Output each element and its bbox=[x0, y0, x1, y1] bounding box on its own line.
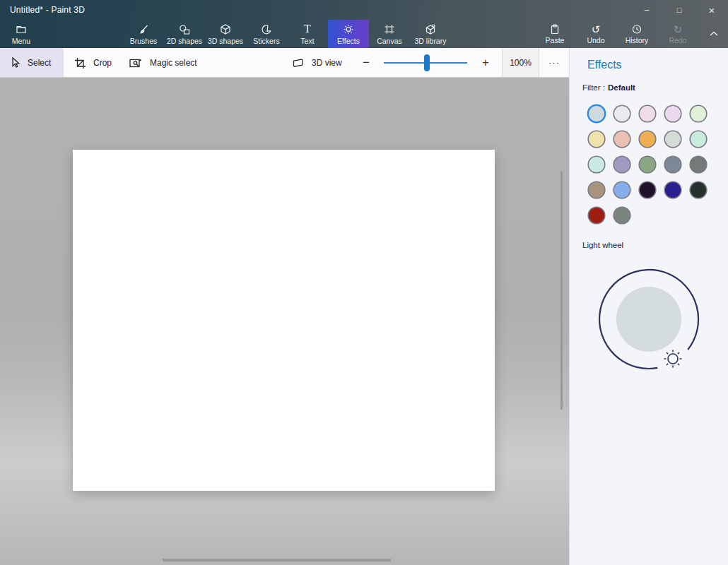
history-button[interactable]: History bbox=[616, 20, 657, 48]
text-icon: T bbox=[304, 23, 311, 35]
chevron-up-icon bbox=[709, 30, 719, 37]
app-header: Untitled* - Paint 3D – □ × Menu Brushes bbox=[0, 0, 728, 48]
vertical-scrollbar[interactable] bbox=[560, 172, 563, 410]
tab-canvas[interactable]: Canvas bbox=[369, 20, 410, 48]
undo-icon: ↺ bbox=[592, 24, 601, 35]
filter-row: Filter :Default bbox=[582, 83, 635, 92]
filter-swatch[interactable] bbox=[665, 157, 681, 172]
menu-folder-icon bbox=[14, 23, 28, 35]
filter-swatch[interactable] bbox=[589, 208, 604, 223]
filter-swatch[interactable] bbox=[691, 157, 706, 172]
zoom-out-button[interactable]: − bbox=[357, 48, 375, 77]
minimize-button[interactable]: – bbox=[630, 0, 663, 20]
menu-label: Menu bbox=[12, 37, 30, 45]
filter-swatch[interactable] bbox=[614, 182, 630, 198]
crop-icon bbox=[74, 56, 86, 69]
magic-select-button[interactable]: Magic select bbox=[129, 48, 197, 77]
filter-swatch[interactable] bbox=[640, 131, 655, 147]
filter-swatch[interactable] bbox=[614, 106, 630, 121]
filter-swatch[interactable] bbox=[589, 182, 604, 198]
window-title: Untitled* - Paint 3D bbox=[10, 5, 85, 15]
filter-swatch[interactable] bbox=[640, 182, 655, 198]
filter-value: Default bbox=[608, 83, 635, 92]
zoom-in-button[interactable]: + bbox=[476, 48, 495, 77]
tab-text[interactable]: T Text bbox=[287, 20, 328, 48]
filter-swatch[interactable] bbox=[589, 131, 604, 147]
effects-panel: Effects Filter :Default bbox=[569, 48, 728, 565]
horizontal-scrollbar[interactable] bbox=[163, 559, 391, 561]
close-button[interactable]: × bbox=[695, 0, 728, 20]
filter-swatch[interactable] bbox=[589, 106, 604, 121]
tab-effects[interactable]: Effects bbox=[328, 20, 369, 48]
3d-view-button[interactable]: 3D view bbox=[291, 48, 342, 77]
filter-swatch[interactable] bbox=[614, 131, 630, 147]
secondary-toolbar: Select Crop Magic select 3D view − + 100… bbox=[0, 48, 569, 78]
select-button[interactable]: Select bbox=[0, 48, 64, 77]
tab-3d-shapes[interactable]: 3D shapes bbox=[205, 20, 246, 48]
magic-select-icon bbox=[129, 57, 143, 69]
ribbon-actions: Paste ↺ Undo History ↻ Redo bbox=[534, 20, 698, 48]
3d-view-icon bbox=[291, 57, 305, 68]
crop-button[interactable]: Crop bbox=[74, 48, 112, 77]
3d-view-label: 3D view bbox=[312, 58, 342, 68]
zoom-slider-thumb[interactable] bbox=[424, 54, 430, 71]
light-wheel-sun-handle[interactable] bbox=[664, 350, 682, 368]
menu-button[interactable]: Menu bbox=[4, 20, 38, 48]
paste-button[interactable]: Paste bbox=[534, 20, 575, 48]
filter-swatch[interactable] bbox=[640, 157, 655, 172]
magic-select-label: Magic select bbox=[150, 58, 197, 68]
zoom-level-value[interactable]: 100% bbox=[502, 48, 539, 77]
select-label: Select bbox=[28, 58, 51, 68]
filter-swatch[interactable] bbox=[691, 131, 706, 147]
collapse-ribbon-button[interactable] bbox=[703, 20, 725, 48]
ribbon-tabs: Brushes 2D shapes 3D shapes Stickers bbox=[123, 20, 451, 48]
light-wheel-label: Light wheel bbox=[582, 241, 623, 249]
zoom-slider[interactable] bbox=[384, 48, 467, 77]
workspace[interactable] bbox=[0, 78, 569, 565]
redo-icon: ↻ bbox=[674, 24, 683, 35]
filter-swatch[interactable] bbox=[665, 182, 681, 198]
titlebar[interactable]: Untitled* - Paint 3D – □ × bbox=[0, 0, 728, 20]
undo-button[interactable]: ↺ Undo bbox=[575, 20, 616, 48]
brush-icon bbox=[137, 23, 150, 35]
light-wheel[interactable] bbox=[592, 263, 705, 376]
3d-library-icon bbox=[424, 23, 437, 35]
sticker-icon bbox=[260, 23, 273, 35]
effects-sun-icon bbox=[342, 23, 355, 35]
select-cursor-icon bbox=[10, 56, 20, 69]
filter-swatch[interactable] bbox=[614, 208, 630, 223]
3d-cube-icon bbox=[219, 23, 232, 35]
filter-label: Filter : bbox=[582, 83, 605, 92]
tab-3d-library[interactable]: 3D library bbox=[410, 20, 451, 48]
crop-label: Crop bbox=[93, 58, 112, 68]
filter-swatch[interactable] bbox=[640, 106, 655, 121]
drawing-canvas[interactable] bbox=[73, 150, 495, 491]
redo-button[interactable]: ↻ Redo bbox=[657, 20, 698, 48]
maximize-button[interactable]: □ bbox=[663, 0, 695, 20]
filter-swatch-grid bbox=[584, 101, 711, 228]
2d-shapes-icon bbox=[178, 23, 191, 35]
filter-swatch[interactable] bbox=[665, 131, 681, 147]
canvas-frame-icon bbox=[383, 23, 396, 35]
filter-swatch[interactable] bbox=[589, 157, 604, 172]
filter-swatch[interactable] bbox=[691, 106, 706, 121]
tab-2d-shapes[interactable]: 2D shapes bbox=[164, 20, 205, 48]
filter-swatch[interactable] bbox=[614, 157, 630, 172]
paste-clipboard-icon bbox=[548, 23, 561, 35]
more-options-button[interactable]: ··· bbox=[539, 48, 569, 77]
filter-swatch[interactable] bbox=[691, 182, 706, 198]
tab-stickers[interactable]: Stickers bbox=[246, 20, 287, 48]
window-controls: – □ × bbox=[630, 0, 728, 20]
panel-title: Effects bbox=[587, 59, 622, 71]
history-clock-icon bbox=[630, 23, 643, 35]
light-wheel-inner-circle bbox=[616, 287, 681, 352]
paint3d-window: Untitled* - Paint 3D – □ × Menu Brushes bbox=[0, 0, 728, 565]
tab-brushes[interactable]: Brushes bbox=[123, 20, 164, 48]
filter-swatch[interactable] bbox=[665, 106, 681, 121]
